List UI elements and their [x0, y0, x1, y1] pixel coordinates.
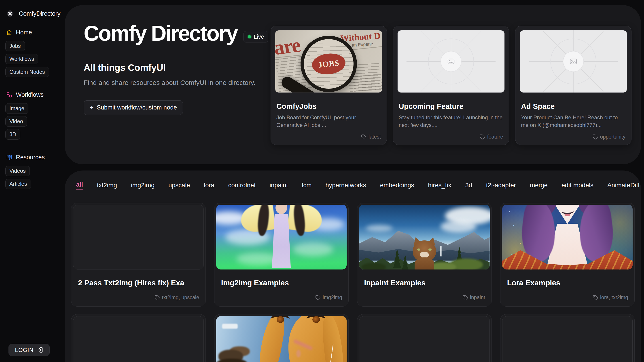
- login-button[interactable]: LOGIN: [8, 344, 50, 356]
- app-root: ComfyDirectory Home Jobs Workflows Custo…: [0, 0, 644, 362]
- filter-tabs: all txt2img img2img upscale lora control…: [76, 179, 634, 190]
- sidebar-section-label: Workflows: [16, 91, 44, 98]
- log-in-icon: [37, 347, 43, 353]
- home-icon: [6, 29, 12, 35]
- workflow-card-tags: txt2img, upscale: [154, 295, 199, 301]
- tag-icon: [592, 134, 598, 140]
- tab-upscale[interactable]: upscale: [168, 182, 190, 190]
- app-title: ComfyDirectory: [19, 10, 60, 17]
- sidebar-section-resources[interactable]: Resources: [0, 154, 65, 161]
- tab-animatediff[interactable]: AnimateDiff: [607, 182, 640, 190]
- workflow-card-img2img[interactable]: Img2Img Examples img2img: [214, 203, 349, 307]
- plus-icon: +: [90, 104, 94, 111]
- tag-icon: [361, 134, 366, 140]
- tag-icon: [154, 295, 160, 300]
- workflow-card-tags: img2img: [315, 295, 342, 301]
- workflow-card-image: [73, 316, 204, 362]
- workflow-card[interactable]: [357, 314, 492, 362]
- workflow-card-image: [359, 205, 490, 270]
- workflow-card-title: Lora Examples: [507, 278, 633, 287]
- feature-card-tag: opportunity: [592, 134, 626, 140]
- comfydirectory-logo-icon: [5, 8, 15, 19]
- tab-controlnet[interactable]: controlnet: [228, 182, 256, 190]
- live-dot-icon: [248, 35, 251, 38]
- sidebar-item-video[interactable]: Video: [5, 116, 27, 127]
- tab-inpaint[interactable]: inpaint: [270, 182, 288, 190]
- tab-edit-models[interactable]: edit models: [562, 182, 594, 190]
- workflow-card-image: [359, 316, 490, 362]
- sidebar-section-workflows[interactable]: Workflows: [0, 91, 65, 98]
- tab-3d[interactable]: 3d: [465, 182, 472, 190]
- workflow-card-tags: lora, txt2img: [593, 295, 628, 301]
- comfyjobs-image: are Without D an Experie JOBS: [275, 30, 382, 93]
- workflow-card-title: Img2Img Examples: [221, 278, 347, 287]
- feature-card-upcoming[interactable]: Upcoming Feature Stay tuned for this fea…: [393, 26, 509, 145]
- feature-card-description: Job Board for ComfyUI, post your Generat…: [276, 114, 381, 129]
- hero-panel: Comfy Directory Live All things ComfyUI …: [65, 5, 641, 164]
- image-placeholder: [397, 30, 505, 93]
- feature-card-adspace[interactable]: Ad Space Your Product Can Be Here! Reach…: [515, 26, 632, 145]
- sidebar-item-videos[interactable]: Videos: [5, 166, 30, 176]
- sidebar-nav: Home Jobs Workflows Custom Nodes Workflo…: [0, 29, 65, 189]
- tag-icon: [463, 295, 468, 300]
- workflow-card-image: [502, 316, 633, 362]
- tag-icon: [480, 134, 485, 140]
- workflow-grid: 2 Pass Txt2Img (Hires fix) Exa txt2img, …: [71, 203, 634, 362]
- tab-lora[interactable]: lora: [204, 182, 214, 190]
- feature-card-tag: feature: [480, 134, 503, 140]
- workflow-card-lora[interactable]: Lora Examples lora, txt2img: [500, 203, 635, 307]
- content-panel: all txt2img img2img upscale lora control…: [65, 170, 641, 362]
- tab-txt2img[interactable]: txt2img: [97, 182, 117, 190]
- tag-icon: [593, 295, 598, 300]
- book-open-icon: [6, 154, 12, 160]
- feature-cards: are Without D an Experie JOBS Comfy: [270, 26, 632, 145]
- tab-merge[interactable]: merge: [530, 182, 548, 190]
- workflow-card-2pass-txt2img[interactable]: 2 Pass Txt2Img (Hires fix) Exa txt2img, …: [71, 203, 206, 307]
- feature-card-tag: latest: [361, 134, 381, 140]
- workflow-card-image: [73, 205, 204, 270]
- workflow-card-tags: inpaint: [463, 295, 485, 301]
- feature-card-title: Upcoming Feature: [399, 102, 503, 111]
- hero-subtitle: All things ComfyUI: [84, 62, 265, 73]
- workflow-icon: [6, 92, 12, 98]
- sidebar-item-workflows[interactable]: Workflows: [5, 54, 38, 64]
- feature-card-title: Ad Space: [521, 102, 626, 111]
- image-placeholder: [520, 30, 627, 93]
- feature-card-description: Stay tuned for this feature! Launching i…: [399, 114, 503, 129]
- feature-card-comfyjobs[interactable]: are Without D an Experie JOBS Comfy: [270, 26, 387, 145]
- logo[interactable]: ComfyDirectory: [0, 0, 65, 19]
- workflow-card-image: [216, 205, 347, 270]
- tag-icon: [315, 295, 321, 300]
- tab-t2i-adapter[interactable]: t2i-adapter: [486, 182, 516, 190]
- workflow-card[interactable]: [214, 314, 349, 362]
- main: Comfy Directory Live All things ComfyUI …: [65, 5, 641, 362]
- feature-card-title: ComfyJobs: [276, 102, 381, 111]
- sidebar-item-3d[interactable]: 3D: [5, 129, 20, 140]
- sidebar-item-custom-nodes[interactable]: Custom Nodes: [5, 67, 49, 77]
- workflow-card-image: [216, 316, 347, 362]
- sidebar-section-label: Home: [16, 29, 32, 36]
- feature-card-description: Your Product Can Be Here! Reach out to m…: [521, 114, 626, 129]
- tab-hypernetworks[interactable]: hypernetworks: [325, 182, 366, 190]
- workflow-card-image: [502, 205, 633, 270]
- sidebar: ComfyDirectory Home Jobs Workflows Custo…: [0, 0, 65, 362]
- tab-all[interactable]: all: [76, 181, 83, 190]
- sidebar-item-image[interactable]: Image: [5, 103, 28, 114]
- workflow-card[interactable]: [71, 314, 206, 362]
- tab-embeddings[interactable]: embeddings: [380, 182, 414, 190]
- hero-description: Find and share resources about ComfyUI i…: [84, 79, 265, 86]
- workflow-card-title: 2 Pass Txt2Img (Hires fix) Exa: [78, 278, 204, 287]
- tab-lcm[interactable]: lcm: [302, 182, 312, 190]
- workflow-card[interactable]: [500, 314, 635, 362]
- tab-img2img[interactable]: img2img: [131, 182, 154, 190]
- submit-label: Submit workflow/custom node: [97, 104, 177, 111]
- page-title: Comfy Directory: [84, 22, 237, 45]
- sidebar-section-home[interactable]: Home: [0, 29, 65, 36]
- workflow-card-inpaint[interactable]: Inpaint Examples inpaint: [357, 203, 492, 307]
- sidebar-item-jobs[interactable]: Jobs: [5, 41, 25, 51]
- tab-hires-fix[interactable]: hires_fix: [428, 182, 451, 190]
- sidebar-item-articles[interactable]: Articles: [5, 179, 31, 189]
- submit-workflow-button[interactable]: + Submit workflow/custom node: [84, 100, 183, 115]
- login-label: LOGIN: [15, 347, 34, 353]
- workflow-card-title: Inpaint Examples: [364, 278, 490, 287]
